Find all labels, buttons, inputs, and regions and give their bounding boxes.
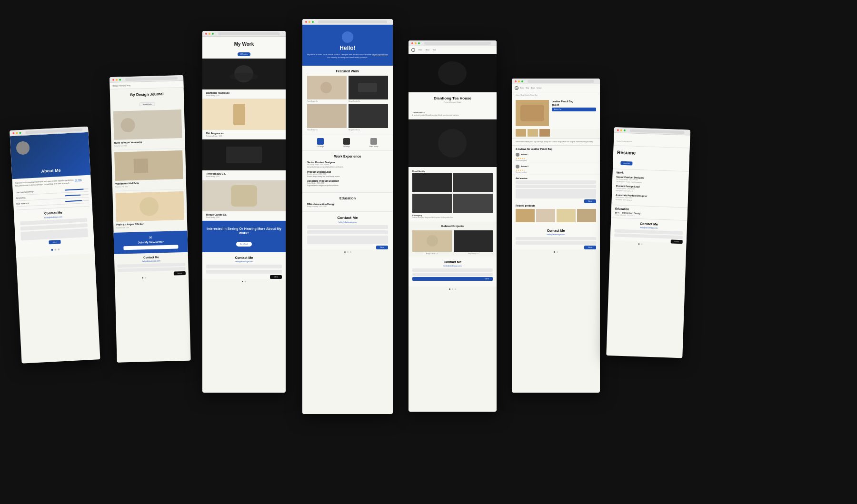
submit-button[interactable]: Submit	[270, 275, 282, 279]
maximize-icon[interactable]	[19, 132, 21, 134]
page-dot-1[interactable]	[51, 249, 53, 251]
nav-about[interactable]: About	[531, 87, 535, 89]
message-field[interactable]	[20, 228, 88, 240]
review-name-input[interactable]	[516, 180, 596, 184]
maximize-icon[interactable]	[521, 80, 523, 82]
minimize-icon[interactable]	[209, 33, 210, 35]
project-4: Mirage Candle Co. Brand Identity · 2024	[202, 180, 286, 221]
url-bar[interactable]	[218, 32, 280, 35]
email-field[interactable]	[307, 230, 388, 234]
submit-button[interactable]: Submit	[173, 271, 186, 276]
page-dot-2[interactable]	[347, 251, 349, 253]
page-dot-3[interactable]	[58, 248, 60, 250]
contact-section: Contact Me hello@divdesign.com Submit	[512, 225, 600, 249]
minimize-icon[interactable]	[16, 132, 18, 134]
close-icon[interactable]	[411, 42, 413, 44]
close-icon[interactable]	[305, 21, 307, 23]
contact-email[interactable]: hello@divdesign.com	[516, 233, 596, 236]
work-item-4: Mirage Candle Co.	[349, 104, 388, 131]
nav-shop[interactable]: Shop	[526, 87, 529, 89]
page-dot-1[interactable]	[242, 281, 243, 282]
url-bar[interactable]	[318, 20, 387, 23]
add-to-cart-button[interactable]: Add to Cart	[552, 108, 596, 111]
thumbnail-3[interactable]	[539, 129, 550, 137]
review-email-input[interactable]	[516, 185, 596, 188]
filter-button[interactable]: All Projects	[238, 52, 250, 56]
email-field[interactable]	[516, 241, 596, 245]
submit-button[interactable]: Submit	[670, 239, 683, 244]
page-dot-1[interactable]	[638, 243, 639, 245]
close-icon[interactable]	[617, 129, 619, 131]
contact-email[interactable]: hello@divdesign.com	[307, 221, 388, 223]
url-bar[interactable]	[528, 80, 594, 83]
nav-link[interactable]: Work	[433, 49, 436, 51]
submit-button[interactable]: Submit	[49, 240, 61, 244]
submit-button[interactable]: Submit	[584, 246, 596, 249]
message-field[interactable]	[307, 236, 388, 244]
page-dot-1[interactable]	[554, 251, 555, 253]
maximize-icon[interactable]	[212, 33, 214, 35]
minimize-icon[interactable]	[518, 80, 520, 82]
url-bar[interactable]	[424, 42, 491, 45]
maximize-icon[interactable]	[119, 79, 121, 80]
submit-button[interactable]: Submit	[376, 246, 388, 249]
nav-link[interactable]: About	[426, 49, 429, 51]
review-text-area[interactable]	[516, 189, 596, 198]
download-button[interactable]: Download	[620, 161, 633, 166]
name-field[interactable]	[516, 237, 596, 240]
minimize-icon[interactable]	[309, 21, 310, 23]
related-product-3[interactable]	[557, 209, 576, 222]
ux-icon	[317, 138, 324, 145]
related-product-2[interactable]	[536, 209, 555, 222]
page-dot-2[interactable]	[245, 281, 246, 282]
page-dot-2[interactable]	[145, 277, 146, 278]
nav-home[interactable]: Home	[520, 87, 524, 89]
page-dot-3[interactable]	[455, 288, 456, 290]
page-dot-1[interactable]	[449, 288, 450, 290]
name-field[interactable]	[307, 225, 388, 229]
close-icon[interactable]	[205, 33, 207, 35]
minimize-icon[interactable]	[415, 42, 417, 44]
name-field[interactable]	[412, 268, 493, 272]
page-dot-2[interactable]	[452, 288, 453, 290]
page-dot-2[interactable]	[641, 243, 642, 245]
post-image-3	[115, 191, 184, 222]
close-icon[interactable]	[112, 79, 114, 80]
related-product-1[interactable]	[516, 209, 535, 222]
nav-link[interactable]: Home	[419, 49, 422, 51]
email-field[interactable]	[412, 273, 493, 276]
maximize-icon[interactable]	[418, 42, 420, 44]
experience-section: Work Experience Senior Product Designer …	[302, 151, 393, 193]
filter-button[interactable]: View All Posts	[140, 102, 155, 107]
contact-email[interactable]: hello@divdesign.com	[117, 259, 185, 263]
related-title: Related Projects	[409, 222, 497, 228]
cta-button[interactable]: Get In Touch	[236, 242, 252, 247]
email-field[interactable]	[206, 270, 282, 274]
contact-email[interactable]: hello@divdesign.com	[412, 265, 493, 267]
page-dot-3[interactable]	[350, 251, 351, 253]
submit-review-button[interactable]: Submit	[584, 199, 596, 203]
close-icon[interactable]	[12, 132, 14, 134]
page-dot-1[interactable]	[142, 277, 143, 278]
related-product-4[interactable]	[577, 209, 596, 222]
page-dot-2[interactable]	[557, 251, 558, 253]
page-dot-1[interactable]	[344, 251, 346, 253]
newsletter-input[interactable]	[124, 245, 179, 250]
maximize-icon[interactable]	[624, 129, 626, 131]
url-bar[interactable]	[630, 129, 685, 134]
thumbnail-1[interactable]	[516, 129, 526, 137]
close-icon[interactable]	[515, 80, 517, 82]
thumbnail-2[interactable]	[528, 129, 538, 137]
minimize-icon[interactable]	[116, 79, 118, 80]
name-field[interactable]	[206, 265, 282, 268]
body-section: I specialize in creating immersive and u…	[12, 175, 94, 258]
contact-email[interactable]: hello@divdesign.com	[206, 260, 282, 263]
minimize-icon[interactable]	[620, 129, 622, 131]
nav-contact[interactable]: Contact	[537, 87, 541, 89]
page-dot-2[interactable]	[54, 249, 56, 251]
url-bar[interactable]	[125, 77, 178, 81]
maximize-icon[interactable]	[312, 21, 314, 23]
nav-text: Design Portfolio Resume	[617, 140, 632, 142]
submit-button[interactable]: Submit	[412, 277, 493, 281]
reviewer-2: Reviewer 2	[516, 165, 596, 168]
